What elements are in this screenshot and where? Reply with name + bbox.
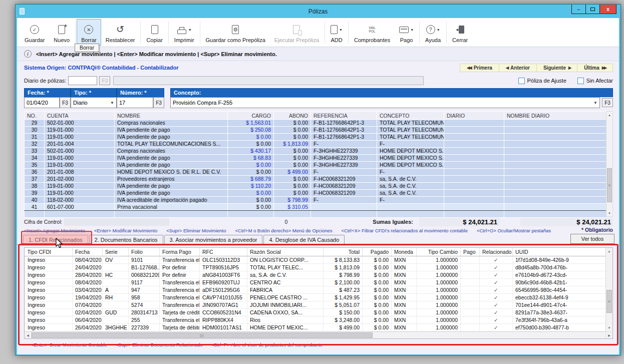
cell: HOME DEPOT MEXICO S. DE R.L. DE C.V. bbox=[115, 169, 228, 176]
diario-input[interactable] bbox=[68, 76, 97, 85]
toolbar-button-cerrar[interactable]: ◄Cerrar bbox=[448, 19, 472, 46]
tipo-select[interactable]: Diario▼ bbox=[71, 97, 117, 108]
maximize-button[interactable] bbox=[585, 5, 600, 14]
cell bbox=[504, 183, 607, 190]
table-row[interactable]: 29502-01-000Compras nacionales$ 1,563.01… bbox=[25, 120, 607, 127]
cell: $ 0.00 bbox=[363, 263, 392, 271]
scroll-down-icon[interactable]: ▼ bbox=[606, 210, 612, 216]
table-row[interactable]: Ingreso24/04/2020B1-127668...Por definir… bbox=[25, 263, 608, 271]
table-row[interactable]: 37201-02-000Proveedores extranjeros$ 688… bbox=[25, 176, 607, 183]
table-row[interactable]: 36201-01-008HOME DEPOT MEXICO S. DE R.L.… bbox=[25, 169, 607, 176]
scrollbar-thumb[interactable]: ||| bbox=[32, 332, 373, 338]
table-row[interactable]: Ingreso19/04/2020RH958Transferencia ele.… bbox=[25, 293, 608, 301]
scroll-up-icon[interactable]: ▲ bbox=[606, 248, 612, 254]
toolbar-button-copiar[interactable]: Copiar bbox=[142, 19, 167, 46]
toolbar-button-restablecer[interactable]: ↺Restablecer bbox=[101, 19, 140, 46]
close-button[interactable]: x bbox=[599, 5, 616, 14]
toolbar-button-pago[interactable]: ▼Pago bbox=[395, 19, 418, 46]
scroll-up-icon[interactable]: ▲ bbox=[606, 112, 612, 118]
table-row[interactable]: Ingreso06/04/2020255Transferencia ele...… bbox=[25, 316, 608, 323]
table-row[interactable]: 39119-01-000IVA pendiente de pago$ 0.00$… bbox=[25, 190, 607, 197]
nav-primera-button[interactable]: ◀◀Primera bbox=[460, 64, 499, 72]
scroll-right-icon[interactable]: ▶ bbox=[605, 332, 612, 338]
checkbox-sin-afectar[interactable]: Sin Afectar bbox=[577, 78, 613, 84]
table-row[interactable]: Ingreso08/04/20209117Transferencia ele..… bbox=[25, 278, 608, 286]
toolbar-button-add[interactable]: ▼ADD bbox=[326, 19, 347, 46]
table-row[interactable]: Ingreso08/04/2020OV9101Transferencia ele… bbox=[25, 256, 608, 263]
minimize-button[interactable]: – bbox=[571, 5, 586, 14]
table-row[interactable]: Ingreso03/04/2020A947Transferencia ele..… bbox=[25, 286, 608, 293]
shortcut-hint: <Insert> Agregar Movimiento bbox=[24, 228, 85, 233]
scroll-left-icon[interactable]: ◀ bbox=[25, 332, 32, 338]
nav-siguiente-button[interactable]: Siguiente▶ bbox=[537, 64, 577, 72]
scroll-down-icon[interactable]: ▼ bbox=[606, 325, 612, 331]
table-row[interactable]: 41601-07-000Prima vacacional$ 0.00$ 310.… bbox=[25, 204, 607, 211]
scrollbar-thumb[interactable]: ≡ bbox=[606, 290, 612, 313]
ver-todos-button[interactable]: Ver todos bbox=[570, 234, 614, 244]
cfdi-table: Tipo CFDIFechaSerieFolioForma PagoRFCRaz… bbox=[25, 248, 608, 331]
table-row[interactable]: 35119-01-000IVA pendiente de pago$ 0.00$… bbox=[25, 162, 607, 169]
toolbar-button-ejecutar-prep-liza[interactable]: ↓Ejecutar Prepóliza bbox=[270, 19, 324, 46]
table-row[interactable]: 30119-01-000IVA pendiente de pago$ 250.0… bbox=[25, 127, 607, 134]
toolbar-button-guardar[interactable]: ✓Guardar bbox=[20, 19, 49, 46]
numero-input[interactable]: 17 bbox=[117, 97, 153, 108]
table-row[interactable]: Ingreso07/04/20205274Transferencia ele..… bbox=[25, 301, 608, 308]
toolbar-button-guardar-como-prep-liza[interactable]: ⚙Guardar como Prepóliza bbox=[201, 19, 270, 46]
cell bbox=[504, 204, 607, 211]
table-row[interactable]: Ingreso02/04/2020GUD280314713Tarjeta de … bbox=[25, 308, 608, 316]
add-icon bbox=[331, 25, 338, 34]
movements-vertical-scrollbar[interactable]: ▲ ≡ ▼ bbox=[606, 111, 613, 217]
nav-ltima-button[interactable]: Última▶▶ bbox=[577, 64, 612, 72]
toolbar-button-comprobantes[interactable]: XML POLComprobantes bbox=[350, 19, 395, 46]
nav-anterior-button[interactable]: ◀Anterior bbox=[499, 64, 537, 72]
table-row[interactable]: Ingreso28/04/2020HC0068321209Por definir… bbox=[25, 271, 608, 278]
tab-3-asociar-movimientos-a-proveedor[interactable]: 3. Asociar movimientos a proveedor bbox=[164, 235, 263, 244]
record-nav: ◀◀Primera◀AnteriorSiguiente▶Última▶▶ bbox=[460, 64, 613, 72]
toolbar-button-ayuda[interactable]: ?▼Ayuda bbox=[421, 19, 445, 46]
cell: $ 499.00 bbox=[274, 169, 311, 176]
tab-1-cfdi-relacionados[interactable]: 1. CFDI Relacionados bbox=[23, 235, 88, 244]
cfdi-horizontal-scrollbar[interactable]: ◀ ||| ▶ bbox=[25, 331, 612, 338]
table-row[interactable]: 40118-02-000IVA acreditable de importaci… bbox=[25, 197, 607, 204]
cell: Ingreso bbox=[25, 286, 73, 293]
table-row[interactable]: 31119-01-000IVA pendiente de pago$ 0.00$… bbox=[25, 134, 607, 141]
cell bbox=[444, 127, 504, 134]
table-row[interactable]: 34119-01-000IVA pendiente de pago$ 68.83… bbox=[25, 155, 607, 162]
cell: $ 1,563.01 bbox=[228, 120, 274, 127]
table-row[interactable]: Ingreso26/04/20203HGHHE227339Tarjeta de … bbox=[25, 323, 608, 331]
scrollbar-thumb[interactable]: ≡ bbox=[607, 168, 612, 202]
table-row[interactable]: 33502-01-000Compras nacionales$ 430.17$ … bbox=[25, 148, 607, 155]
toolbar-button-label: Pago bbox=[400, 37, 413, 43]
info-bar: i <Insert> Agregar movimiento | <Enter> … bbox=[17, 47, 619, 61]
toolbar-button-borrar[interactable]: ✕Borrar bbox=[77, 19, 101, 46]
column-header-raz-n-social: Razón Social bbox=[247, 248, 324, 256]
concepto-input[interactable]: Provisión Compra F-255▼ bbox=[170, 97, 600, 108]
cell: Compras nacionales bbox=[115, 120, 228, 127]
diario-f3-button[interactable]: F3 bbox=[99, 76, 110, 85]
tipo-header: Tipo: * bbox=[71, 88, 117, 97]
nav-button-label: Siguiente bbox=[543, 65, 566, 71]
table-row[interactable]: 32201-01-004TOTAL PLAY TELECOMUNICACIONE… bbox=[25, 141, 607, 148]
cifra-value: 0 bbox=[284, 219, 287, 225]
cell: IVA pendiente de pago bbox=[115, 134, 228, 141]
movements-table: NO.CUENTANOMBRECARGOABONOREFERENCIACONCE… bbox=[24, 111, 607, 218]
fecha-f3-button[interactable]: F3 bbox=[60, 97, 71, 108]
fecha-input[interactable]: 01/04/20 bbox=[24, 97, 60, 108]
table-row[interactable]: 38119-01-000IVA pendiente de pago$ 110.2… bbox=[25, 183, 607, 190]
tab-4-desglose-de-iva-causado[interactable]: 4. Desglose de IVA Causado bbox=[263, 235, 345, 244]
cell: $ 0.00 bbox=[274, 190, 311, 197]
cell: 947 bbox=[129, 286, 160, 293]
checkbox-p-liza-de-ajuste[interactable]: Póliza de Ajuste bbox=[518, 78, 566, 84]
tab-2-documentos-bancarios[interactable]: 2. Documentos Bancarios bbox=[89, 235, 163, 244]
numero-f3-button[interactable]: F3 bbox=[153, 97, 164, 108]
cell: Ingreso bbox=[25, 308, 73, 316]
concepto-f3-button[interactable]: F3 bbox=[602, 98, 613, 107]
cell: $ 0.00 bbox=[228, 169, 274, 176]
column-header-cuenta: CUENTA bbox=[45, 112, 115, 120]
toolbar-button-imprimir[interactable]: ▼Imprimir bbox=[170, 19, 199, 46]
toolbar-button-nuevo[interactable]: +Nuevo bbox=[49, 19, 74, 46]
column-header-no: NO. bbox=[25, 112, 45, 120]
sumas-abono: $ 24,021.21 bbox=[520, 218, 613, 226]
reset-icon: ↺ bbox=[116, 25, 124, 34]
cfdi-vertical-scrollbar[interactable]: ▲ ≡ ▼ bbox=[605, 248, 612, 331]
